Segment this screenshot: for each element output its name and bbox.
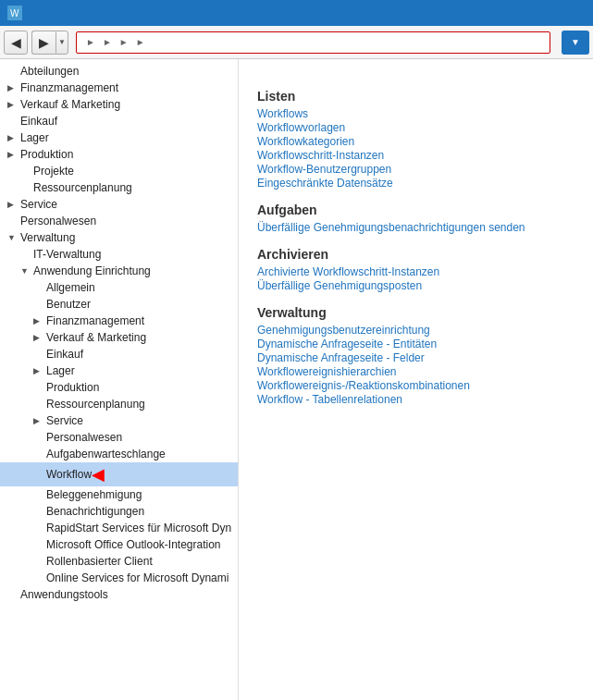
content-link-verwaltung-5[interactable]: Workflow - Tabellenrelationen <box>257 393 574 406</box>
sidebar-arrow-verkauf-marketing2: ▶ <box>33 333 46 342</box>
content-link-aufgaben-0[interactable]: Überfällige Genehmigungsbenachrichtigung… <box>257 221 574 234</box>
sidebar-label-beleggenehmigung: Beleggenehmigung <box>46 488 142 501</box>
sidebar-item-allgemein[interactable]: Allgemein <box>0 279 238 296</box>
sidebar-item-abteilungen[interactable]: Abteilungen <box>0 63 238 80</box>
sidebar-item-rapidstart[interactable]: RapidStart Services für Microsoft Dyn <box>0 520 238 536</box>
sidebar-item-lager2[interactable]: ▶Lager <box>0 362 238 379</box>
sidebar-label-office-outlook: Microsoft Office Outlook-Integration <box>46 538 221 551</box>
sidebar-label-online-services: Online Services for Microsoft Dynami <box>46 571 229 584</box>
sidebar-label-abteilungen: Abteilungen <box>20 65 79 78</box>
sidebar-arrow-produktion: ▶ <box>7 150 20 159</box>
sidebar-label-verkauf-marketing2: Verkauf & Marketing <box>46 331 146 344</box>
sidebar-label-it-verwaltung: IT-Verwaltung <box>33 248 101 261</box>
sidebar-item-einkauf[interactable]: Einkauf <box>0 113 238 129</box>
sidebar-item-personalwesen[interactable]: Personalwesen <box>0 213 238 229</box>
sidebar-label-einkauf: Einkauf <box>20 115 57 128</box>
sidebar-label-personalwesen2: Personalwesen <box>46 431 122 444</box>
sidebar-label-ressourcenplanung2: Ressourcenplanung <box>46 398 145 411</box>
menu-dropdown-button[interactable]: ▼ <box>562 31 589 55</box>
sidebar-item-benachrichtigungen[interactable]: Benachrichtigungen <box>0 503 238 520</box>
main-layout: Abteilungen▶Finanzmanagement▶Verkauf & M… <box>0 59 593 700</box>
breadcrumb-sep-1: ► <box>86 37 95 47</box>
sidebar-arrow-verkauf-marketing: ▶ <box>7 100 20 109</box>
forward-main[interactable]: ▶ <box>31 31 56 55</box>
sidebar-label-finanzmanagement2: Finanzmanagement <box>46 314 144 327</box>
sidebar-item-personalwesen2[interactable]: Personalwesen <box>0 429 238 446</box>
sidebar-label-finanzmanagement: Finanzmanagement <box>20 81 118 94</box>
sidebar-item-benutzer[interactable]: Benutzer <box>0 296 238 313</box>
sidebar-item-service2[interactable]: ▶Service <box>0 412 238 429</box>
sidebar-label-benachrichtigungen: Benachrichtigungen <box>46 505 144 518</box>
sidebar-label-anwendung-einrichtung: Anwendung Einrichtung <box>33 264 151 277</box>
sidebar-label-produktion2: Produktion <box>46 381 99 394</box>
sidebar-arrow-anwendung-einrichtung: ▼ <box>20 266 33 276</box>
sidebar-item-anwendung-einrichtung[interactable]: ▼Anwendung Einrichtung <box>0 263 238 279</box>
sidebar-item-lager[interactable]: ▶Lager <box>0 129 238 146</box>
breadcrumb-sep-3: ► <box>119 37 129 47</box>
sidebar-item-verwaltung[interactable]: ▼Verwaltung <box>0 229 238 246</box>
sidebar-item-projekte[interactable]: Projekte <box>0 163 238 179</box>
content-link-listen-5[interactable]: Eingeschränkte Datensätze <box>257 177 574 190</box>
content-link-verwaltung-1[interactable]: Dynamische Anfrageseite - Entitäten <box>257 338 574 350</box>
content-link-verwaltung-2[interactable]: Dynamische Anfrageseite - Felder <box>257 351 574 364</box>
app-icon: W <box>7 6 22 20</box>
title-bar: W <box>0 0 593 26</box>
sidebar-item-online-services[interactable]: Online Services for Microsoft Dynami <box>0 570 238 586</box>
sidebar-item-produktion[interactable]: ▶Produktion <box>0 146 238 163</box>
content-link-verwaltung-4[interactable]: Workflowereignis-/Reaktionskombinationen <box>257 379 574 392</box>
sidebar-label-aufgabenwarteschlange: Aufgabenwarteschlange <box>46 448 166 461</box>
forward-dropdown[interactable]: ▼ <box>56 31 68 55</box>
sidebar-label-benutzer: Benutzer <box>46 298 91 311</box>
red-arrow-annotation: ◀ <box>92 464 105 485</box>
content-link-listen-1[interactable]: Workflowvorlagen <box>257 121 574 134</box>
sidebar-item-it-verwaltung[interactable]: IT-Verwaltung <box>0 246 238 263</box>
sidebar-item-aufgabenwarteschlange[interactable]: Aufgabenwarteschlange <box>0 446 238 462</box>
sidebar-label-anwendungstools: Anwendungstools <box>20 588 108 601</box>
sidebar-item-ressourcenplanung[interactable]: Ressourcenplanung <box>0 179 238 196</box>
sidebar-label-lager: Lager <box>20 131 49 144</box>
sidebar-item-finanzmanagement[interactable]: ▶Finanzmanagement <box>0 80 238 96</box>
sidebar-label-rapidstart: RapidStart Services für Microsoft Dyn <box>46 522 231 534</box>
sidebar-item-service-top[interactable]: ▶Service <box>0 196 238 213</box>
sidebar-item-office-outlook[interactable]: Microsoft Office Outlook-Integration <box>0 536 238 553</box>
toolbar: ◀ ▶ ▼ ► ► ► ► ▼ <box>0 26 593 59</box>
sidebar-item-finanzmanagement2[interactable]: ▶Finanzmanagement <box>0 313 238 329</box>
content-link-listen-2[interactable]: Workflowkategorien <box>257 135 574 148</box>
sidebar-item-produktion2[interactable]: Produktion <box>0 379 238 396</box>
sidebar-label-verkauf-marketing: Verkauf & Marketing <box>20 98 120 111</box>
sidebar-item-workflow[interactable]: Workflow ◀ <box>0 462 238 486</box>
content-link-verwaltung-3[interactable]: Workflowereignishierarchien <box>257 365 574 378</box>
content-link-listen-3[interactable]: Workflowschritt-Instanzen <box>257 149 574 162</box>
sidebar-arrow-lager: ▶ <box>7 133 20 142</box>
sidebar-item-anwendungstools[interactable]: Anwendungstools <box>0 586 238 603</box>
content-link-listen-4[interactable]: Workflow-Benutzergruppen <box>257 163 574 176</box>
back-button[interactable]: ◀ <box>4 31 28 55</box>
sidebar-arrow-verwaltung: ▼ <box>7 233 20 242</box>
sidebar-label-rollenbasierter-client: Rollenbasierter Client <box>46 555 153 568</box>
sidebar-item-verkauf-marketing[interactable]: ▶Verkauf & Marketing <box>0 96 238 113</box>
sidebar-item-einkauf2[interactable]: Einkauf <box>0 346 238 362</box>
sidebar-item-rollenbasierter-client[interactable]: Rollenbasierter Client <box>0 553 238 570</box>
sidebar-item-beleggenehmigung[interactable]: Beleggenehmigung <box>0 486 238 503</box>
section-title-verwaltung: Verwaltung <box>257 305 574 320</box>
sidebar-item-ressourcenplanung2[interactable]: Ressourcenplanung <box>0 396 238 412</box>
sidebar-scroll[interactable]: Abteilungen▶Finanzmanagement▶Verkauf & M… <box>0 59 238 700</box>
section-title-listen: Listen <box>257 89 574 104</box>
content-link-archivieren-0[interactable]: Archivierte Workflowschritt-Instanzen <box>257 265 574 278</box>
sidebar-label-verwaltung: Verwaltung <box>20 231 75 244</box>
sidebar-label-service-top: Service <box>20 198 57 211</box>
content-link-verwaltung-0[interactable]: Genehmigungsbenutzereinrichtung <box>257 324 574 337</box>
forward-button-split[interactable]: ▶ ▼ <box>31 31 68 55</box>
sidebar-item-verkauf-marketing2[interactable]: ▶Verkauf & Marketing <box>0 329 238 346</box>
sidebar-label-einkauf2: Einkauf <box>46 348 83 361</box>
content-area: ListenWorkflowsWorkflowvorlagenWorkflowk… <box>239 59 593 700</box>
breadcrumb-sep-4: ► <box>136 37 145 47</box>
content-link-archivieren-1[interactable]: Überfällige Genehmigungsposten <box>257 279 574 292</box>
content-link-listen-0[interactable]: Workflows <box>257 107 574 120</box>
sidebar-label-allgemein: Allgemein <box>46 281 95 294</box>
sidebar-label-produktion: Produktion <box>20 148 73 161</box>
section-title-archivieren: Archivieren <box>257 247 574 262</box>
sidebar-arrow-lager2: ▶ <box>33 366 46 375</box>
sidebar-label-ressourcenplanung: Ressourcenplanung <box>33 181 132 194</box>
breadcrumb-sep-2: ► <box>103 37 112 47</box>
